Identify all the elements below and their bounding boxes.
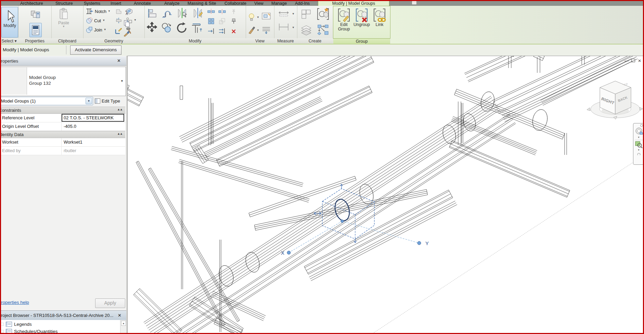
unpin-button[interactable] bbox=[229, 8, 238, 15]
panel-label-view[interactable]: View bbox=[246, 38, 274, 44]
filter-dropdown-icon[interactable]: ▼ bbox=[86, 98, 92, 104]
properties-close-icon[interactable]: ✕ bbox=[117, 58, 121, 63]
tab-annotate[interactable]: Annotate bbox=[134, 1, 151, 6]
hide-isolate-button[interactable] bbox=[261, 11, 272, 22]
reveal-hidden-button[interactable] bbox=[261, 24, 272, 36]
edit-type-button[interactable]: Edit Type bbox=[95, 97, 120, 104]
tree-item-legends[interactable]: Legends bbox=[0, 321, 32, 328]
properties-help-link[interactable]: Properties help bbox=[0, 300, 29, 305]
apply-button[interactable]: Apply bbox=[95, 298, 125, 308]
array-button[interactable] bbox=[207, 17, 216, 25]
x-axis-grip[interactable] bbox=[287, 251, 291, 254]
cope-button[interactable] bbox=[115, 8, 123, 15]
tab-modify-model-groups[interactable]: Modify | Model Groups bbox=[318, 1, 389, 6]
measure-between-refs-button[interactable] bbox=[277, 9, 291, 19]
tab-add-ins[interactable]: Add-Ins bbox=[295, 1, 310, 6]
viewcube[interactable]: RIGHT BACK TOP bbox=[586, 75, 643, 119]
type-properties-button[interactable] bbox=[28, 8, 43, 22]
tab-insert[interactable]: Insert bbox=[111, 1, 121, 6]
window-restore-icon[interactable] bbox=[412, 1, 417, 5]
paste-button[interactable]: Paste ▼ bbox=[55, 8, 73, 37]
property-row-workset[interactable]: WorksetWorkset1 bbox=[0, 138, 125, 147]
panel-label-measure[interactable]: Measure bbox=[274, 38, 297, 44]
view-visibility-button[interactable] bbox=[247, 12, 256, 23]
copy-button[interactable] bbox=[159, 21, 174, 35]
trim-extend-single-button[interactable] bbox=[207, 27, 216, 35]
property-row-origin-level-offset[interactable]: Origin Level Offset-405.0 bbox=[0, 122, 125, 131]
beam-handles-button[interactable] bbox=[115, 17, 123, 24]
viewcube-compass-east-arrow[interactable] bbox=[640, 107, 643, 110]
project-browser-header[interactable]: Project Browser - STR10518-SA-S13-Centra… bbox=[0, 310, 126, 320]
zoom-dropdown-arrow[interactable]: ▼ bbox=[637, 149, 640, 151]
tab-collaborate[interactable]: Collaborate bbox=[224, 1, 246, 6]
y-axis-grip[interactable] bbox=[417, 241, 421, 245]
project-browser-close-icon[interactable]: ✕ bbox=[118, 313, 121, 318]
scale-button[interactable] bbox=[218, 17, 227, 25]
property-value[interactable]: 02 T.O.S. - STEELWORK bbox=[62, 114, 125, 122]
link-group-button[interactable]: Link bbox=[372, 8, 387, 38]
trim-extend-corner-button[interactable] bbox=[190, 21, 205, 35]
demolish-button[interactable]: ▼ bbox=[125, 17, 134, 24]
property-value[interactable]: -405.0 bbox=[62, 122, 125, 131]
group-origin-grip[interactable] bbox=[341, 220, 344, 223]
mirror-pick-axis-button[interactable] bbox=[175, 6, 189, 19]
create-group-button[interactable] bbox=[315, 6, 331, 22]
view-restore-icon[interactable] bbox=[631, 59, 635, 62]
drawing-area[interactable]: YX — ✕ RIGHT BACK TOP ▼ bbox=[127, 56, 643, 334]
steering-wheel-icon[interactable] bbox=[635, 127, 644, 136]
delete-button[interactable]: × bbox=[229, 27, 238, 35]
activate-dimensions-button[interactable]: Activate Dimensions bbox=[70, 45, 121, 55]
type-selector[interactable]: Model Group Group 132 ▼ bbox=[1, 67, 126, 96]
create-similar-button[interactable] bbox=[315, 23, 331, 37]
modify-tool-button[interactable]: Modify bbox=[1, 7, 18, 38]
move-button[interactable] bbox=[144, 20, 159, 35]
create-parts-button[interactable] bbox=[300, 8, 313, 21]
panel-label-group[interactable]: Group bbox=[333, 39, 390, 44]
property-value[interactable]: rbutler bbox=[62, 147, 125, 155]
properties-palette-toggle-button[interactable] bbox=[29, 23, 42, 37]
panel-label-create[interactable]: Create bbox=[297, 38, 333, 44]
cut-geometry-button[interactable]: Cut ▼ bbox=[86, 17, 105, 24]
split-element-button[interactable] bbox=[207, 8, 216, 15]
align-button[interactable] bbox=[146, 7, 159, 19]
panel-label-geometry[interactable]: Geometry bbox=[83, 38, 144, 44]
pin-button[interactable] bbox=[229, 17, 238, 25]
panel-label-properties[interactable]: Properties bbox=[18, 38, 51, 44]
tree-expander-icon[interactable] bbox=[1, 330, 4, 333]
offset-button[interactable] bbox=[160, 7, 174, 19]
tab-massing-site[interactable]: Massing & Site bbox=[188, 1, 216, 6]
tab-manage[interactable]: Manage bbox=[271, 1, 287, 6]
split-with-gap-button[interactable] bbox=[218, 8, 227, 15]
trim-extend-multiple-button[interactable] bbox=[218, 27, 227, 35]
tab-view[interactable]: View bbox=[254, 1, 263, 6]
properties-palette-header[interactable]: Properties ✕ bbox=[0, 56, 126, 66]
ungroup-button[interactable]: Ungroup bbox=[353, 8, 370, 38]
section-header-identity-data[interactable]: Identity Data▲▲ bbox=[0, 131, 125, 138]
type-selector-dropdown-icon[interactable]: ▼ bbox=[120, 79, 124, 83]
panel-label-select[interactable]: Select ▾ bbox=[0, 38, 18, 44]
view-close-icon[interactable]: ✕ bbox=[638, 59, 641, 63]
wall-opening-button[interactable] bbox=[125, 7, 134, 15]
tab-architecture[interactable]: Architecture bbox=[20, 1, 43, 6]
rotate-button[interactable] bbox=[175, 21, 189, 35]
view-minimize-icon[interactable]: — bbox=[624, 59, 629, 63]
measure-dimension-button[interactable] bbox=[277, 22, 291, 32]
viewcube-compass-west-arrow[interactable] bbox=[587, 108, 590, 111]
hammer-button[interactable] bbox=[125, 26, 134, 35]
navbar-close-icon[interactable] bbox=[635, 124, 644, 127]
panel-label-modify[interactable]: Modify bbox=[144, 38, 246, 44]
zoom-region-icon[interactable] bbox=[635, 141, 643, 148]
align-geometry-button[interactable] bbox=[115, 26, 123, 35]
navbar-more-icon[interactable] bbox=[635, 152, 644, 155]
project-browser-scrollbar[interactable]: ▲ bbox=[120, 320, 126, 334]
property-row-edited-by[interactable]: Edited byrbutler bbox=[0, 147, 125, 155]
wheel-dropdown-arrow[interactable]: ▼ bbox=[637, 136, 640, 138]
create-assembly-button[interactable] bbox=[299, 23, 313, 37]
tab-analyze[interactable]: Analyze bbox=[164, 1, 179, 6]
selection-filter-combo[interactable]: Model Groups (1) ▼ bbox=[0, 97, 93, 105]
edit-group-button[interactable]: Edit Group bbox=[336, 8, 352, 38]
scroll-up-icon[interactable]: ▲ bbox=[121, 321, 126, 326]
section-header-constraints[interactable]: Constraints▲▲ bbox=[0, 107, 125, 114]
tab-structure[interactable]: Structure bbox=[55, 1, 73, 6]
property-row-reference-level[interactable]: Reference Level02 T.O.S. - STEELWORK bbox=[0, 114, 125, 122]
